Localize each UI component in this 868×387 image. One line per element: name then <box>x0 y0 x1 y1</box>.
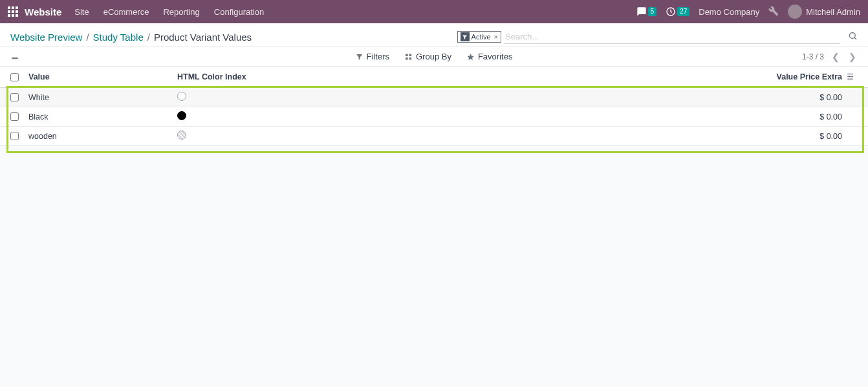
table-header: Value HTML Color Index Value Price Extra <box>0 67 868 88</box>
table-row[interactable]: wooden $ 0.00 <box>0 127 868 146</box>
filter-chip-label: Active <box>472 33 491 41</box>
svg-rect-5 <box>409 58 412 60</box>
cell-price: $ 0.00 <box>755 93 846 102</box>
pager-prev-icon[interactable]: ❮ <box>830 52 841 62</box>
breadcrumb-separator: / <box>86 32 89 43</box>
cell-value: White <box>28 93 177 102</box>
funnel-icon <box>461 32 470 41</box>
select-all-checkbox[interactable] <box>10 73 19 81</box>
breadcrumb: Website Preview / Study Table / Product … <box>10 32 252 43</box>
table-row[interactable]: White $ 0.00 <box>0 88 868 107</box>
company-name[interactable]: Demo Company <box>699 7 759 17</box>
row-checkbox[interactable] <box>10 93 19 101</box>
debug-icon[interactable] <box>768 6 779 18</box>
cell-value: Black <box>28 112 177 121</box>
svg-rect-2 <box>406 54 409 56</box>
breadcrumb-study-table[interactable]: Study Table <box>93 32 144 43</box>
color-swatch[interactable] <box>177 111 186 120</box>
app-brand[interactable]: Website <box>25 6 61 17</box>
cell-price: $ 0.00 <box>755 112 846 121</box>
filters-label: Filters <box>367 52 389 61</box>
chip-remove-icon[interactable]: × <box>494 33 498 41</box>
search-icon[interactable] <box>848 31 858 43</box>
breadcrumb-current: Product Variant Values <box>154 32 252 43</box>
apps-icon[interactable] <box>8 6 18 17</box>
table-row[interactable]: Black $ 0.00 <box>0 107 868 127</box>
color-swatch[interactable] <box>177 92 186 101</box>
toolbar-row: Filters Group By Favorites 1-3 / 3 ❮ ❯ <box>0 47 868 67</box>
filters-button[interactable]: Filters <box>356 52 389 61</box>
top-nav: Site eCommerce Reporting Configuration <box>74 7 264 17</box>
messaging-badge: 5 <box>648 7 657 16</box>
search-area: Active × <box>457 30 858 44</box>
column-adjust-icon[interactable] <box>846 72 858 82</box>
messaging-icon[interactable]: 5 <box>636 6 657 17</box>
column-value[interactable]: Value <box>28 72 177 81</box>
column-color[interactable]: HTML Color Index <box>177 72 755 81</box>
avatar <box>788 5 802 19</box>
activities-badge: 27 <box>677 7 689 16</box>
topbar-right: 5 27 Demo Company Mitchell Admin <box>636 5 860 19</box>
row-checkbox[interactable] <box>10 132 19 140</box>
pager: 1-3 / 3 ❮ ❯ <box>802 52 858 62</box>
cell-price: $ 0.00 <box>755 132 846 141</box>
nav-ecommerce[interactable]: eCommerce <box>103 7 149 17</box>
export-icon[interactable] <box>10 51 19 62</box>
user-name: Mitchell Admin <box>806 7 860 17</box>
pager-text[interactable]: 1-3 / 3 <box>802 52 824 61</box>
breadcrumb-website-preview[interactable]: Website Preview <box>10 32 82 43</box>
favorites-label: Favorites <box>478 52 512 61</box>
favorites-button[interactable]: Favorites <box>467 52 512 61</box>
nav-site[interactable]: Site <box>74 7 89 17</box>
cell-value: wooden <box>28 132 177 141</box>
search-input[interactable] <box>504 30 840 44</box>
groupby-label: Group By <box>416 52 451 61</box>
color-swatch[interactable] <box>177 131 186 140</box>
filter-chip-active[interactable]: Active × <box>457 31 501 43</box>
svg-rect-3 <box>409 54 412 56</box>
groupby-button[interactable]: Group By <box>405 52 451 61</box>
header-row: Website Preview / Study Table / Product … <box>0 23 868 47</box>
svg-point-1 <box>850 33 856 39</box>
center-tools: Filters Group By Favorites <box>356 52 513 61</box>
row-checkbox[interactable] <box>10 112 19 121</box>
row-zone: White $ 0.00 Black $ 0.00 wooden $ 0.00 <box>0 88 868 146</box>
table: Value HTML Color Index Value Price Extra… <box>0 67 868 146</box>
column-price[interactable]: Value Price Extra <box>755 72 846 81</box>
breadcrumb-separator: / <box>147 32 150 43</box>
pager-next-icon[interactable]: ❯ <box>847 52 858 62</box>
user-menu[interactable]: Mitchell Admin <box>788 5 860 19</box>
nav-configuration[interactable]: Configuration <box>214 7 264 17</box>
topbar: Website Site eCommerce Reporting Configu… <box>0 0 868 23</box>
activities-icon[interactable]: 27 <box>666 6 689 17</box>
svg-rect-4 <box>406 58 409 60</box>
nav-reporting[interactable]: Reporting <box>163 7 199 17</box>
